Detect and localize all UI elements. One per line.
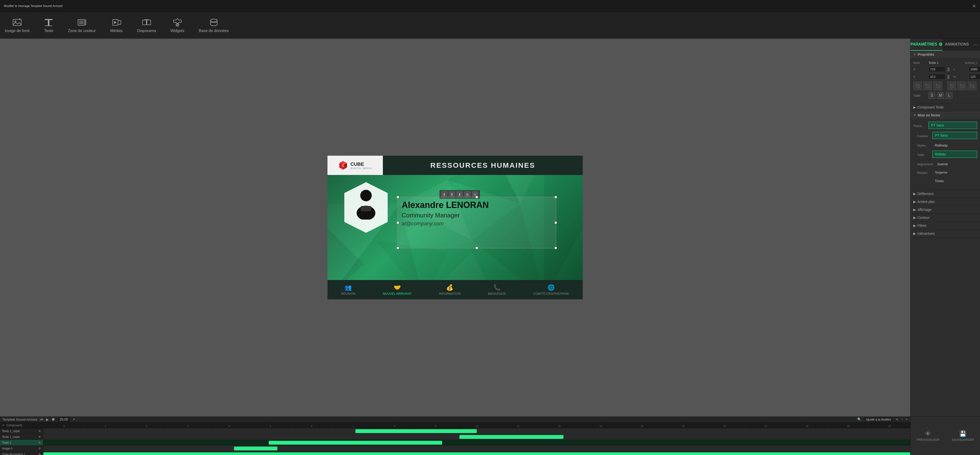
handle-br[interactable] (555, 247, 557, 249)
slide-top-bar: RESSOURCES HUMAINES (383, 156, 583, 175)
preview-button[interactable]: 👁 PRÉVISUALISER (917, 430, 940, 442)
handle-bl[interactable] (396, 247, 399, 249)
timeline-tracks[interactable]: 0 1 2 3 4 5 6 7 8 9 10 11 12 13 (43, 423, 910, 455)
tl-track-0[interactable] (43, 428, 910, 434)
section-mise-en-forme-header[interactable]: ▼ Mise en forme (910, 111, 980, 119)
handle-bm[interactable] (476, 247, 478, 249)
slide-text-selection-box[interactable]: Alexandre LENORAN Community Manager al@c… (397, 196, 556, 249)
section-proprietes-header[interactable]: ▼ Propriétés (910, 51, 980, 59)
section-defilement[interactable]: ▶ Défilement (910, 190, 980, 198)
toolbar-item-bg-image[interactable]: Image de fond (5, 18, 29, 33)
align-center-h-icon[interactable]: ⬛ (923, 81, 932, 90)
tl-stop-button[interactable]: ⏹ (51, 417, 55, 421)
police-dropdown[interactable]: PT Sans (929, 122, 977, 129)
tl-mark-14: 14 (621, 425, 662, 428)
eye-icon-3[interactable]: 👁 (38, 447, 41, 450)
align-bottom-icon[interactable]: ⬛ (968, 81, 977, 90)
h-input[interactable] (969, 74, 980, 80)
tl-track-3[interactable] (43, 445, 910, 452)
timeline-dropdown[interactable]: ▼ (73, 418, 76, 421)
toolbar-item-color-zone[interactable]: Zone de couleur (68, 18, 96, 33)
tl-layer-texte1-copie-2[interactable]: Texte 1_copie 👁 (0, 434, 43, 440)
y-stepper[interactable]: ▲▼ (947, 75, 950, 79)
eye-icon-0[interactable]: 👁 (38, 429, 41, 433)
eye-icon-2[interactable]: 👁 (38, 441, 41, 444)
align-top-icon[interactable]: ⬛ (948, 81, 956, 90)
arrow-right-icon-interactions: ▶ (913, 231, 916, 235)
section-composant-texte[interactable]: ▶ Composant Texte (910, 104, 980, 111)
tl-mark-13: 13 (580, 425, 621, 428)
couleur-dropdown[interactable]: PT Sans (932, 132, 977, 139)
eye-icon-1[interactable]: 👁 (38, 435, 41, 439)
svg-point-1 (15, 21, 16, 22)
toolbar-item-widgets[interactable]: Widgets (170, 18, 185, 33)
tl-fit-button[interactable]: Ajusté à la fenêtre (864, 417, 893, 422)
taille-small-icon[interactable]: S (929, 92, 935, 99)
align-center-v-icon[interactable]: ⬛ (958, 81, 966, 90)
tl-fit-dropdown[interactable]: ▼ (896, 418, 898, 421)
tl-mark-19: 19 (827, 425, 869, 428)
bottom-item-nouvel-arrivant[interactable]: 🤝 NOUVEL ARRIVANT (383, 284, 412, 295)
taille-large-icon[interactable]: L (946, 92, 953, 99)
zoom-minus-button[interactable]: − (901, 417, 903, 421)
toolbar-item-slideshow[interactable]: Diaporama (137, 18, 156, 33)
tl-track-2[interactable] (43, 440, 910, 445)
toolbar-label-color-zone: Zone de couleur (68, 29, 96, 33)
tl-track-1[interactable] (43, 434, 910, 440)
tl-mark-0: 0 (43, 425, 84, 428)
comite-label: COMITÉ D'ENTREPRISE (533, 292, 569, 295)
tab-animations[interactable]: ANIMATIONS (942, 38, 971, 51)
section-filtres[interactable]: ▶ Filtres (910, 222, 980, 230)
toolbar-item-media[interactable]: Médias (110, 18, 123, 33)
tl-layer-texte1[interactable]: Texte 1 👁 (0, 440, 43, 445)
section-affichage[interactable]: ▶ Affichage (910, 206, 980, 214)
xl-row: X ▲▼ L ▲▼ 🔗 (913, 67, 977, 72)
zoom-plus-button[interactable]: + (905, 417, 908, 421)
minimize-icon[interactable]: — (971, 38, 980, 51)
handle-tl[interactable] (396, 196, 399, 198)
x-input[interactable] (929, 67, 945, 72)
taille-label: Taille (913, 94, 926, 97)
tl-track-4[interactable] (43, 452, 910, 455)
handle-tr[interactable] (555, 196, 557, 198)
information-label: INFORMATION (439, 292, 461, 295)
font-option-suerve[interactable]: Suerve (935, 161, 977, 168)
tl-prev-button[interactable]: ⏮ (40, 417, 44, 421)
align-right-icon[interactable]: ⬛ (934, 81, 942, 90)
taille-medium-icon[interactable]: M (937, 92, 944, 99)
bottom-item-bienvenue[interactable]: 📞 BIENVENUE (488, 284, 506, 295)
tab-parametres[interactable]: PARAMÈTRES ⚙ (910, 38, 942, 51)
font-option-roboto[interactable]: Roboto (932, 151, 977, 158)
search-icon[interactable]: 🔍 (857, 417, 861, 421)
section-arriere-plan[interactable]: ▶ Arrière plan (910, 198, 980, 206)
section-interactions[interactable]: ▶ Intéractions (910, 230, 980, 238)
tl-layer-zone-couleur1[interactable]: Zone de couleur 1 👁 (0, 452, 43, 455)
l-input[interactable] (969, 67, 980, 72)
tl-layer-image4[interactable]: Image 4 👁 (0, 445, 43, 452)
tl-play-button[interactable]: ▶ (46, 417, 49, 422)
x-stepper[interactable]: ▲▼ (947, 67, 950, 72)
slide-person-email: al@company.com (402, 220, 552, 227)
align-left-icon[interactable]: ⬛ (913, 81, 922, 90)
y-input[interactable] (929, 74, 945, 80)
bottom-item-reunion[interactable]: 👥 RÉUNION (341, 284, 356, 295)
taille2-label: Taille (917, 153, 931, 156)
bottom-item-information[interactable]: 💰 INFORMATION (439, 284, 461, 295)
close-button[interactable]: ✕ (972, 3, 976, 9)
font-option-tangerine[interactable]: Tangerine (932, 169, 977, 176)
eye-icon-4[interactable]: 👁 (38, 453, 41, 455)
font-option-raleway[interactable]: Raleway (932, 142, 977, 149)
toolbar-item-text[interactable]: Texte (44, 18, 54, 33)
styles-label: Styles (917, 144, 931, 147)
handle-tm[interactable] (476, 196, 478, 198)
section-contour[interactable]: ▶ Contour (910, 214, 980, 222)
font-option-times[interactable]: Times (932, 177, 977, 184)
bottom-item-comite[interactable]: 🌐 COMITÉ D'ENTREPRISE (533, 284, 569, 295)
timeline-time[interactable]: 20.00 (57, 417, 70, 422)
handle-mr[interactable] (555, 222, 557, 224)
toolbar-item-database[interactable]: Base de données (199, 18, 229, 33)
handle-ml[interactable] (396, 222, 399, 224)
tl-layer-texte1-copie-1[interactable]: Texte 1_copie 👁 (0, 428, 43, 434)
save-button[interactable]: 💾 SAUVEGARDER (952, 430, 974, 442)
slide-canvas[interactable]: C CUBE DIGITAL MEDIA RESSOURCES HUMAINES (328, 156, 583, 299)
